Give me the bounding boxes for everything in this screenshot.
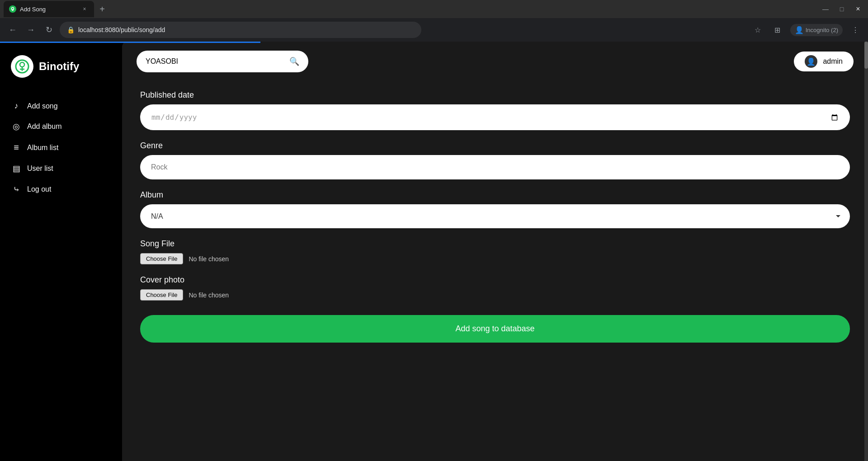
sidebar-item-label: Album list (27, 144, 58, 152)
sidebar-item-add-album[interactable]: ◎ Add album (11, 116, 111, 137)
song-file-group: Song File Choose File No file chosen (140, 239, 850, 264)
published-date-input[interactable] (140, 104, 850, 130)
svg-point-4 (20, 62, 24, 67)
album-select[interactable]: N/A (140, 204, 850, 228)
loading-bar (0, 42, 260, 43)
logo-icon (11, 55, 33, 78)
sidebar-nav: ♪ Add song ◎ Add album ≡ Album list ▤ Us… (11, 96, 111, 200)
forward-button[interactable]: → (24, 23, 38, 37)
cover-photo-choose-button[interactable]: Choose File (140, 289, 183, 301)
published-date-label: Published date (140, 90, 850, 100)
menu-button[interactable]: ⋮ (848, 23, 863, 37)
user-list-icon: ▤ (11, 164, 22, 174)
scrollbar-track[interactable] (864, 42, 868, 461)
sidebar-item-log-out[interactable]: ⤷ Log out (11, 179, 111, 200)
maximize-button[interactable]: □ (835, 3, 848, 15)
album-group: Album N/A (140, 190, 850, 228)
svg-point-0 (12, 8, 14, 10)
profile-label: Incognito (2) (806, 27, 838, 33)
address-text: localhost:8080/public/song/add (78, 26, 165, 33)
genre-input[interactable] (140, 155, 850, 179)
sidebar-item-label: User list (27, 165, 53, 173)
genre-label: Genre (140, 141, 850, 151)
form-area: Published date Genre Album N/A (122, 81, 868, 461)
star-button[interactable]: ☆ (750, 23, 765, 37)
cover-photo-input-group: Choose File No file chosen (140, 289, 850, 301)
address-bar[interactable]: 🔒 localhost:8080/public/song/add (60, 22, 421, 38)
sidebar-item-label: Add song (27, 102, 58, 110)
sidebar-item-label: Add album (27, 122, 62, 131)
active-tab[interactable]: Add Song × (4, 1, 94, 17)
tab-title: Add Song (20, 6, 77, 13)
sidebar-item-add-song[interactable]: ♪ Add song (11, 96, 111, 116)
sidebar-item-album-list[interactable]: ≡ Album list (11, 137, 111, 158)
sidebar: Binotify ♪ Add song ◎ Add album ≡ Album … (0, 42, 122, 461)
cover-photo-group: Cover photo Choose File No file chosen (140, 275, 850, 301)
search-input[interactable] (146, 57, 285, 66)
search-icon: 🔍 (289, 56, 299, 66)
album-label: Album (140, 190, 850, 200)
grid-button[interactable]: ⊞ (770, 23, 785, 37)
sidebar-item-label: Log out (27, 185, 51, 193)
album-list-icon: ≡ (11, 142, 22, 153)
logo-area: Binotify (11, 55, 111, 78)
sidebar-item-user-list[interactable]: ▤ User list (11, 158, 111, 179)
add-album-icon: ◎ (11, 122, 22, 132)
incognito-profile-button[interactable]: 👤 Incognito (2) (790, 24, 843, 36)
main-content: 🔍 👤 admin Published date Ge (122, 42, 868, 461)
song-file-no-file-text: No file chosen (189, 255, 229, 263)
incognito-icon: 👤 (795, 26, 804, 34)
new-tab-button[interactable]: + (96, 3, 108, 15)
log-out-icon: ⤷ (11, 184, 22, 194)
cover-photo-label: Cover photo (140, 275, 850, 285)
admin-label: admin (823, 57, 843, 66)
genre-group: Genre (140, 141, 850, 179)
search-bar[interactable]: 🔍 (137, 51, 308, 72)
scrollbar-thumb[interactable] (864, 42, 868, 69)
admin-avatar: 👤 (805, 55, 817, 68)
add-song-icon: ♪ (11, 101, 22, 111)
submit-button[interactable]: Add song to database (140, 315, 850, 343)
tab-close-button[interactable]: × (80, 5, 89, 13)
published-date-group: Published date (140, 90, 850, 130)
reload-button[interactable]: ↻ (42, 23, 56, 37)
back-button[interactable]: ← (5, 23, 20, 37)
logo-text: Binotify (39, 60, 79, 73)
admin-button[interactable]: 👤 admin (794, 52, 854, 71)
song-file-choose-button[interactable]: Choose File (140, 253, 183, 264)
song-file-input-group: Choose File No file chosen (140, 253, 850, 264)
top-header: 🔍 👤 admin (122, 42, 868, 81)
cover-photo-no-file-text: No file chosen (189, 292, 229, 299)
tab-favicon (9, 5, 16, 13)
lock-icon: 🔒 (67, 26, 75, 33)
close-window-button[interactable]: × (852, 3, 864, 15)
song-file-label: Song File (140, 239, 850, 249)
minimize-button[interactable]: — (819, 3, 832, 15)
date-input-wrapper (140, 104, 850, 130)
